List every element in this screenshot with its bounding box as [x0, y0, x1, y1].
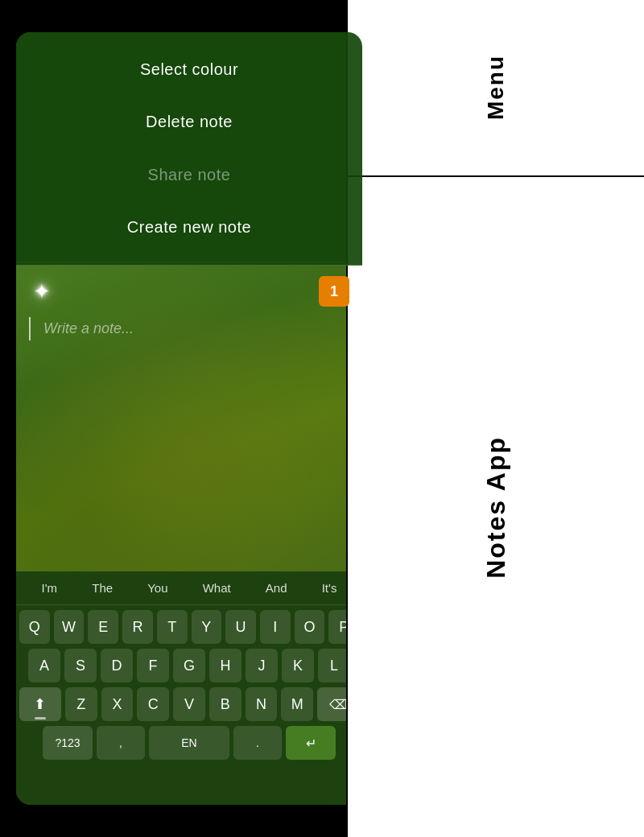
key-q[interactable]: Q [19, 610, 50, 644]
key-t[interactable]: T [157, 610, 188, 644]
key-j[interactable]: J [246, 649, 278, 682]
key-row-2: A S D F G H J K L [19, 649, 359, 682]
menu-label: Menu [483, 55, 509, 120]
comma-key[interactable]: , [97, 726, 145, 760]
select-colour-item[interactable]: Select colour [16, 54, 362, 85]
key-l[interactable]: L [318, 649, 350, 682]
notes-app-label: Notes App [481, 436, 511, 579]
suggestion-the[interactable]: The [85, 581, 119, 595]
key-c[interactable]: C [137, 687, 169, 721]
menu-overlay: Select colour Delete note Share note Cre… [16, 32, 362, 266]
key-row-1: Q W E R T Y U I O P [19, 610, 359, 644]
share-note-item[interactable]: Share note [16, 159, 362, 191]
num-key[interactable]: ?123 [43, 726, 93, 760]
enter-key[interactable]: ↵ [286, 726, 336, 760]
suggestion-what[interactable]: What [196, 581, 237, 595]
key-a[interactable]: A [28, 649, 60, 682]
key-f[interactable]: F [137, 649, 169, 682]
key-x[interactable]: X [101, 687, 134, 721]
key-h[interactable]: H [209, 649, 242, 682]
key-z[interactable]: Z [65, 687, 97, 721]
sparkle-icon [33, 279, 57, 303]
lang-key[interactable]: EN [149, 726, 229, 760]
key-o[interactable]: O [295, 610, 325, 644]
key-b[interactable]: B [209, 687, 242, 721]
keyboard-area: I'm The You What And It's Q W E R T Y U … [16, 571, 362, 805]
delete-note-item[interactable]: Delete note [16, 106, 362, 138]
key-n[interactable]: N [246, 687, 278, 721]
shift-key[interactable]: ⬆ [19, 687, 61, 721]
key-d[interactable]: D [101, 649, 133, 682]
key-rows: Q W E R T Y U I O P A S D F G H J K [16, 605, 362, 760]
suggestion-im[interactable]: I'm [35, 581, 64, 595]
phone-container: Select colour Delete note Share note Cre… [16, 32, 362, 805]
menu-label-section: Menu [348, 0, 644, 177]
key-e[interactable]: E [88, 610, 118, 644]
note-badge: 1 [319, 276, 349, 307]
key-k[interactable]: K [282, 649, 314, 682]
key-row-4: ?123 , EN . ↵ [19, 726, 359, 760]
shift-indicator [35, 717, 46, 719]
note-area: 1 Write a note... [16, 266, 362, 571]
create-new-note-item[interactable]: Create new note [16, 212, 362, 243]
key-g[interactable]: G [173, 649, 205, 682]
suggestion-its[interactable]: It's [316, 581, 344, 595]
key-i[interactable]: I [260, 610, 291, 644]
key-r[interactable]: R [122, 610, 153, 644]
suggestions-row: I'm The You What And It's [16, 571, 362, 605]
sparkle-decoration [29, 275, 61, 307]
key-y[interactable]: Y [192, 610, 222, 644]
key-s[interactable]: S [64, 649, 97, 682]
right-panel: Menu Notes App [346, 0, 644, 837]
notes-app-label-section: Notes App [348, 177, 644, 837]
key-v[interactable]: V [173, 687, 205, 721]
suggestion-you[interactable]: You [141, 581, 174, 595]
key-w[interactable]: W [54, 610, 85, 644]
key-row-3: ⬆ Z X C V B N M ⌫ [19, 687, 359, 721]
suggestion-and[interactable]: And [259, 581, 294, 595]
note-header: 1 [16, 266, 362, 317]
key-m[interactable]: M [281, 687, 313, 721]
period-key[interactable]: . [233, 726, 282, 760]
note-placeholder[interactable]: Write a note... [29, 317, 362, 340]
key-u[interactable]: U [225, 610, 256, 644]
